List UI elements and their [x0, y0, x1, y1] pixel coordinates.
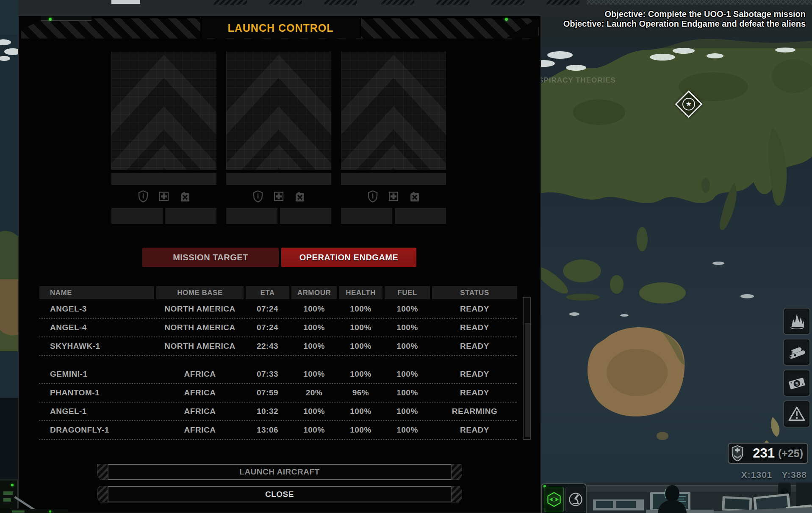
rank-badge-icon: [731, 445, 744, 461]
cell-home: NORTH AMERICA: [156, 319, 244, 336]
aircraft-slot-2[interactable]: [226, 52, 331, 170]
scrollbar-thumb[interactable]: [525, 323, 529, 437]
cell-eta: 07:59: [246, 384, 289, 402]
col-status: STATUS: [432, 286, 517, 299]
table-row[interactable]: SKYHAWK-1 NORTH AMERICA 22:43 100% 100% …: [39, 337, 517, 356]
fuel-can-icon: [294, 190, 305, 203]
table-row[interactable]: ANGEL-4 NORTH AMERICA 07:24 100% 100% 10…: [39, 319, 517, 337]
cell-name: ANGEL-4: [39, 319, 154, 336]
table-row[interactable]: ANGEL-3 NORTH AMERICA 07:24 100% 100% 10…: [39, 300, 517, 319]
cell-home: NORTH AMERICA: [156, 300, 244, 318]
vent-tab-active: [111, 0, 140, 4]
cell-status: READY: [432, 384, 517, 402]
aircraft-slot-1[interactable]: [111, 52, 216, 170]
cell-health: 100%: [339, 337, 382, 355]
aircraft-table: ANGEL-3 NORTH AMERICA 07:24 100% 100% 10…: [39, 300, 517, 440]
slot-status-icons: [226, 190, 331, 204]
cell-armour: 100%: [291, 403, 337, 420]
close-button[interactable]: CLOSE: [97, 486, 462, 502]
cell-fuel: 100%: [385, 319, 430, 336]
slot-gauge-bars: [226, 208, 331, 224]
cell-name: GEMINI-1: [39, 365, 154, 383]
cell-armour: 100%: [291, 319, 337, 336]
hud-mini-panel: [541, 483, 587, 513]
dialog-title: LAUNCH CONTROL: [227, 22, 333, 34]
cell-name: ANGEL-1: [39, 403, 154, 420]
cell-status: READY: [432, 421, 517, 439]
vent-tab: [381, 0, 414, 5]
cell-eta: 10:32: [246, 403, 289, 420]
table-row[interactable]: PHANTOM-1 AFRICA 07:59 20% 96% 100% READ…: [39, 384, 517, 403]
table-row[interactable]: GEMINI-1 AFRICA 07:33 100% 100% 100% REA…: [39, 365, 517, 384]
cursor-coordinates: X:1301 Y:388: [661, 470, 807, 480]
top-mesh-strip: [587, 0, 812, 5]
vent-tab: [214, 0, 247, 5]
slot-gauge-bars: [341, 208, 446, 224]
cell-eta: 07:24: [246, 319, 289, 336]
money-resource-button[interactable]: $: [783, 370, 810, 397]
col-armour: ARMOUR: [291, 286, 337, 299]
tab-operation-endgame[interactable]: OPERATION ENDGAME: [281, 248, 416, 267]
bottom-left-strip: [0, 509, 68, 513]
cell-home: AFRICA: [156, 421, 244, 439]
cell-home: AFRICA: [156, 365, 244, 383]
cell-name: DRAGONFLY-1: [39, 421, 154, 439]
eye-scanner-button[interactable]: [544, 487, 564, 512]
panel-glyph: [3, 498, 11, 502]
star-icon: ★: [686, 101, 692, 108]
cell-home: AFRICA: [156, 384, 244, 402]
vent-tab: [324, 0, 357, 5]
cell-status: READY: [432, 365, 517, 383]
aircraft-slot-3[interactable]: [341, 52, 446, 170]
cell-home: AFRICA: [156, 403, 244, 420]
launch-aircraft-button[interactable]: LAUNCH AIRCRAFT: [97, 464, 462, 480]
launch-aircraft-label: LAUNCH AIRCRAFT: [108, 464, 451, 480]
cell-eta: 07:33: [246, 365, 289, 383]
cell-health: 100%: [339, 319, 382, 336]
funds-value: 231: [753, 446, 775, 461]
col-fuel: FUEL: [385, 286, 430, 299]
table-row[interactable]: DRAGONFLY-1 AFRICA 13:06 100% 100% 100% …: [39, 421, 517, 440]
vent-tab: [546, 0, 579, 5]
table-header: NAME HOME BASE ETA ARMOUR HEALTH FUEL ST…: [39, 286, 517, 299]
funds-delta: (+25): [778, 447, 803, 460]
fuel-can-icon: [409, 190, 420, 203]
crystals-resource-button[interactable]: [783, 308, 810, 335]
col-home-base: HOME BASE: [156, 286, 244, 299]
world-map-left-edge[interactable]: [0, 0, 19, 513]
alerts-button[interactable]: [783, 400, 810, 428]
table-scrollbar[interactable]: [523, 297, 531, 440]
slot-grid-overlay: [226, 52, 331, 170]
launch-control-dialog: LAUNCH CONTROL: [18, 16, 541, 513]
cell-armour: 100%: [291, 421, 337, 439]
slot-status-icons: [341, 190, 446, 204]
tab-mission-target[interactable]: MISSION TARGET: [142, 248, 279, 267]
cell-fuel: 100%: [385, 365, 430, 383]
vent-tab: [436, 0, 469, 5]
microscope-icon: [567, 490, 584, 509]
armour-shield-icon: [138, 190, 149, 203]
coord-x: X:1301: [741, 470, 773, 480]
microscope-button[interactable]: [565, 487, 585, 512]
slot-name-bar: [341, 173, 446, 185]
panel-glyph: [12, 510, 25, 513]
eye-hexagon-icon: [546, 490, 563, 509]
health-cross-icon: [388, 190, 399, 203]
status-led: [49, 18, 52, 21]
slot-name-bar: [111, 173, 216, 185]
alloys-resource-button[interactable]: [783, 339, 810, 366]
status-led: [505, 18, 508, 21]
fuel-can-icon: [179, 190, 190, 203]
cell-health: 96%: [339, 384, 382, 402]
cell-name: ANGEL-3: [39, 300, 154, 318]
cell-fuel: 100%: [385, 337, 430, 355]
cell-status: REARMING: [432, 403, 517, 420]
coord-y: Y:388: [782, 470, 807, 480]
cell-fuel: 100%: [385, 300, 430, 318]
status-led: [49, 510, 51, 513]
table-row[interactable]: ANGEL-1 AFRICA 10:32 100% 100% 100% REAR…: [39, 403, 517, 421]
cell-fuel: 100%: [385, 421, 430, 439]
armour-shield-icon: [367, 190, 378, 203]
hazard-cap: [451, 464, 462, 480]
funds-panel[interactable]: 231 (+25): [728, 443, 808, 464]
